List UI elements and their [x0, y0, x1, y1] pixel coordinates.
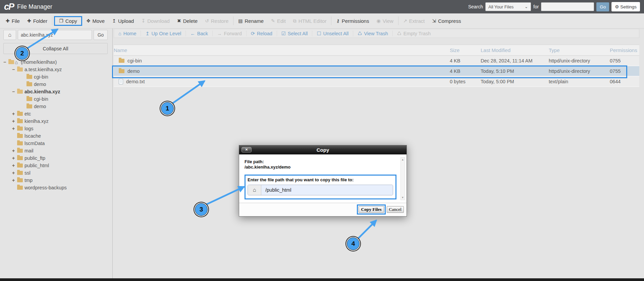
nav-reload-button[interactable]: ⟳Reload: [247, 31, 277, 36]
tree-item-a-test-kienlha-xyz[interactable]: −a.test.kienlha.xyz: [0, 66, 112, 73]
nav-home-button[interactable]: ⌂Home: [114, 31, 141, 36]
folder-open-icon: [17, 90, 23, 94]
expand-icon[interactable]: +: [12, 170, 17, 176]
tree-item-cgi-bin[interactable]: cgi-bin: [0, 95, 112, 103]
tree-item-ssl[interactable]: +ssl: [0, 169, 112, 177]
toolbar-separator: [398, 16, 398, 25]
expand-icon[interactable]: +: [12, 155, 17, 161]
folder-icon: [26, 97, 32, 101]
tree-item-kienlha-xyz[interactable]: +kienlha.xyz: [0, 118, 112, 125]
nav-unselect-all-button[interactable]: ☐Unselect All: [312, 31, 353, 36]
tree-item-mail[interactable]: +mail: [0, 147, 112, 154]
select-all-icon: ☑: [281, 31, 286, 36]
settings-button[interactable]: ⚙ Settings: [611, 2, 640, 11]
nav-back-button[interactable]: ←Back: [186, 31, 212, 36]
tree-item--home-kienlhax-[interactable]: −⌂(/home/kienlhax): [0, 58, 112, 66]
empty-trash-icon: ♺: [397, 31, 401, 36]
search-label: Search: [468, 4, 483, 9]
toolbar-compress-button[interactable]: ⇲Compress: [428, 18, 465, 24]
tree-item-cgi-bin[interactable]: cgi-bin: [0, 73, 112, 81]
sidebar: ⌂ Go Collapse All −⌂(/home/kienlhax)−a.t…: [0, 29, 113, 278]
tree-item-lscache[interactable]: lscache: [0, 132, 112, 140]
column-header-permissions[interactable]: Permissions: [610, 47, 639, 53]
path-go-button[interactable]: Go: [94, 30, 108, 40]
toolbar-copy-button[interactable]: ❐Copy: [55, 18, 81, 24]
file-table: cgi-bin4 KBDec 28, 2024, 11:14 AMhttpd/u…: [114, 56, 639, 87]
toolbar-restore-button: ↺Restore: [201, 18, 232, 24]
expand-icon[interactable]: +: [12, 148, 17, 153]
search-input[interactable]: [541, 2, 594, 11]
reload-icon: ⟳: [251, 31, 255, 36]
toolbar-rename-button[interactable]: ▤Rename: [234, 18, 267, 24]
toolbar-upload-button[interactable]: ↥Upload: [108, 18, 138, 24]
tree-item-public-ftp[interactable]: +public_ftp: [0, 154, 112, 162]
edit-icon: ✎: [271, 18, 275, 24]
file-permissions-cell: 0644: [610, 79, 639, 84]
folder-icon: [17, 134, 23, 138]
tree-item-lscmdata[interactable]: lscmData: [0, 140, 112, 147]
expand-icon[interactable]: +: [12, 126, 17, 131]
sidebar-home-button[interactable]: ⌂: [3, 30, 16, 40]
nav-select-all-button[interactable]: ☑Select All: [277, 31, 312, 36]
tree-item-wordpress-backups[interactable]: wordpress-backups: [0, 184, 112, 191]
tree-item-etc[interactable]: +etc: [0, 110, 112, 118]
toolbar-folder-label: Folder: [33, 18, 48, 24]
tree-item-label: tmp: [24, 178, 33, 183]
tree-item-abc-kienlha-xyz[interactable]: −abc.kienlha.xyz: [0, 88, 112, 95]
tree-item-public-html[interactable]: +public_html: [0, 162, 112, 169]
dialog-title: Copy: [317, 147, 329, 153]
dialog-scrollbar[interactable]: ▲ ▼: [400, 157, 405, 200]
copy-files-button[interactable]: Copy Files: [359, 206, 384, 213]
file-modified-cell: Today, 5:00 PM: [481, 79, 549, 84]
folder-icon: [17, 163, 23, 168]
expand-icon[interactable]: +: [12, 163, 17, 168]
toolbar-compress-label: Compress: [438, 18, 461, 24]
search-scope-select[interactable]: All Your Files ⌄: [485, 2, 531, 11]
tree-item-label: demo: [34, 104, 46, 109]
toolbar-permissions-button[interactable]: ⚷Permissions: [332, 18, 373, 24]
toolbar-move-button[interactable]: ✥Move: [83, 18, 108, 24]
toolbar-html-editor-button: ⧉HTML Editor: [289, 18, 330, 24]
masthead: cP File Manager Search All Your Files ⌄ …: [0, 0, 644, 13]
folder-icon: [17, 149, 23, 153]
tree-item-label: logs: [24, 126, 34, 131]
expand-icon[interactable]: +: [12, 111, 17, 116]
annotation-box-2-target: ❐Copy: [54, 16, 82, 26]
destination-path-input[interactable]: [261, 185, 393, 195]
nav-view-trash-button[interactable]: ♺View Trash: [353, 31, 392, 36]
cpanel-logo: cP: [4, 1, 14, 13]
folder-icon: [17, 186, 23, 190]
collapse-icon[interactable]: −: [12, 89, 17, 94]
toolbar-view-button: ◉View: [373, 18, 397, 24]
collapse-all-button[interactable]: Collapse All: [3, 43, 108, 54]
column-header-size[interactable]: Size: [450, 47, 481, 53]
toolbar-file-button[interactable]: ✚File: [2, 18, 23, 24]
table-row[interactable]: demo4 KBToday, 5:10 PMhttpd/unix-directo…: [114, 66, 639, 77]
expand-icon[interactable]: +: [12, 119, 17, 124]
tree-item-demo[interactable]: demo: [0, 103, 112, 110]
path-input[interactable]: [18, 30, 92, 40]
toolbar-view-label: View: [383, 18, 393, 24]
tree-item-logs[interactable]: +logs: [0, 125, 112, 132]
collapse-icon[interactable]: −: [12, 67, 17, 72]
table-row[interactable]: cgi-bin4 KBDec 28, 2024, 11:14 AMhttpd/u…: [114, 56, 639, 66]
column-header-last-modified[interactable]: Last Modified: [481, 47, 549, 53]
toolbar-delete-button[interactable]: ✖Delete: [173, 18, 201, 24]
tree-item-demo[interactable]: demo: [0, 81, 112, 88]
tree-item-label: (/home/kienlhax): [21, 59, 57, 65]
tree-item-label: a.test.kienlha.xyz: [24, 67, 62, 72]
toolbar-download-button: ↧Download: [138, 18, 173, 24]
column-header-type[interactable]: Type: [549, 47, 610, 53]
nav-forward-button: →Forward: [213, 31, 246, 36]
tree-item-tmp[interactable]: +tmp: [0, 177, 112, 184]
toolbar-folder-button[interactable]: ✚Folder: [23, 18, 51, 24]
search-go-button[interactable]: Go: [596, 2, 609, 11]
table-row[interactable]: demo.txt0 bytesToday, 5:00 PMtext/plain0…: [114, 77, 639, 87]
folder-icon: [17, 119, 23, 123]
expand-icon[interactable]: +: [12, 178, 17, 183]
nav-up-one-level-button[interactable]: ↥Up One Level: [141, 31, 185, 36]
collapse-icon[interactable]: −: [3, 59, 8, 65]
close-icon[interactable]: ✕: [241, 147, 252, 152]
column-header-name[interactable]: Name: [114, 47, 450, 53]
cancel-button[interactable]: Cancel: [387, 206, 404, 213]
